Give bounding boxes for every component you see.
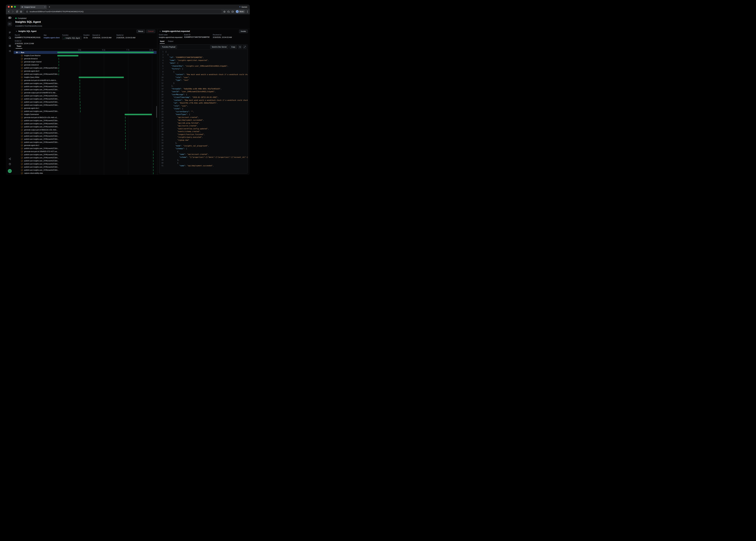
event-search-icon[interactable] <box>8 36 12 40</box>
runs-icon[interactable] <box>8 30 12 35</box>
trace-row-label: Insights Query Writer <box>24 76 39 78</box>
bookmark-star-icon[interactable] <box>223 10 226 13</box>
run-id: 01KHRMF677RJPPHE4K5MS2VGXQ <box>15 25 250 27</box>
trace-row[interactable]: generate-thread-id <box>14 57 157 60</box>
trace-row[interactable]: publish:user:insights:user_2VH6zowmhZC8z… <box>14 97 157 101</box>
chevron-down-icon[interactable] <box>16 30 17 32</box>
trace-row[interactable]: generate-output-part-id-4c4de9f0-6e7a-4d… <box>14 91 157 94</box>
line-number: 19 <box>159 102 163 105</box>
help-icon[interactable] <box>8 162 12 166</box>
zoom-window-button[interactable] <box>14 6 16 8</box>
code-line: 39 }, <box>159 159 248 162</box>
code-editor[interactable]: 1[2 {3 "id": "01KHRMF63Y7AHK7EKFQGN8RTDE… <box>159 50 248 174</box>
function-payload-button[interactable]: Function Payload <box>161 45 177 49</box>
profile-chip[interactable]: Work <box>236 10 245 13</box>
chevron-down-icon[interactable] <box>159 30 161 32</box>
function-badge[interactable]: Insights SQL Agent <box>62 36 82 40</box>
apps-icon[interactable] <box>8 44 12 48</box>
trace-row[interactable]: publish:user:insights:user_2VH6zowmhZC8z… <box>14 156 157 159</box>
trace-row[interactable]: generate-tool-part-id-58d1b116-c53c-4e6c… <box>14 116 157 119</box>
new-tab-button[interactable]: + <box>49 5 50 8</box>
trace-row-label: publish:user:insights:user_2VH6zowmhZC8z… <box>24 110 59 112</box>
trace-row[interactable]: Insights Event Matcher <box>14 54 157 57</box>
reload-icon[interactable] <box>16 10 18 13</box>
trace-root-row[interactable]: 39 Run <box>14 51 157 54</box>
chevron-down-icon[interactable] <box>18 52 20 53</box>
trace-row[interactable]: publish:user:insights:user_2VH6zowmhZC8z… <box>14 125 157 128</box>
trace-row[interactable]: publish:user:insights:user_2VH6zowmhZC8z… <box>14 88 157 91</box>
trace-row[interactable]: publish:user:insights:user_2VH6zowmhZC8z… <box>14 94 157 97</box>
trace-row[interactable]: Insights Query Writer <box>14 76 157 79</box>
trace-row[interactable]: generate-tool-part-id-4c4de9f0-6e7a-4de6… <box>14 79 157 82</box>
trace-row[interactable]: generate-target-channel <box>14 60 157 63</box>
wrap-lines-button[interactable] <box>238 45 242 49</box>
line-content: { <box>166 53 169 56</box>
share-icon[interactable] <box>8 157 12 161</box>
browser-tab[interactable]: Inngest Server × <box>20 5 47 9</box>
meta-value[interactable]: insights-agent-client <box>44 37 60 39</box>
trace-row[interactable]: publish:user:insights:user_2VH6zowmhZC8z… <box>14 122 157 125</box>
trace-row[interactable]: generate-text-part-id-105bf925-5722-4371… <box>14 150 157 153</box>
trace-row[interactable]: publish:user:insights:user_2VH6zowmhZC8z… <box>14 82 157 85</box>
trace-row[interactable]: publish:user:insights:user_2VH6zowmhZC8z… <box>14 132 157 135</box>
cancel-button[interactable]: Cancel <box>146 30 155 33</box>
code-line: 5 "data": { <box>159 62 248 65</box>
back-icon[interactable] <box>7 10 10 13</box>
forward-icon[interactable] <box>12 10 14 13</box>
extensions-icon[interactable] <box>227 10 230 13</box>
trace-row[interactable]: generate-network-id <box>14 63 157 66</box>
trace-row[interactable]: publish:user:insights:user_2VH6zowmhZC8z… <box>14 104 157 107</box>
trace-row[interactable]: generate-output-part-id-58d1b116-c53c-4e… <box>14 128 157 132</box>
tab-input[interactable]: Input <box>160 40 165 44</box>
tab-output[interactable]: Output <box>168 40 174 44</box>
inngest-logo[interactable] <box>8 16 12 20</box>
trace-row[interactable]: publish:user:insights:user_2VH6zowmhZC8z… <box>14 169 157 172</box>
page-title: Insights SQL Agent <box>15 20 250 24</box>
minimize-window-button[interactable] <box>11 6 13 8</box>
functions-icon[interactable] <box>8 49 12 53</box>
trace-row[interactable]: publish:user:insights:user_2VH6zowmhZC8z… <box>14 138 157 141</box>
side-panel-icon[interactable] <box>231 10 234 13</box>
trace-row[interactable]: publish:user:insights:user_2VH6zowmhZC8z… <box>14 85 157 88</box>
close-window-button[interactable] <box>8 6 10 8</box>
trace-row[interactable]: publish:user:insights:user_2VH6zowmhZC8z… <box>14 147 157 150</box>
gemini-badge[interactable]: ✦ Gemini <box>239 6 247 8</box>
tab-close-icon[interactable]: × <box>44 6 45 8</box>
code-line: 11 "type": "text" <box>159 79 248 82</box>
trace-row[interactable]: publish:user:insights:user_2VH6zowmhZC8z… <box>14 119 157 122</box>
trace-row[interactable]: publish:user:insights:user_2VH6zowmhZC8z… <box>14 110 157 113</box>
trace-row[interactable]: publish:user:insights:user_2VH6zowmhZC8z… <box>14 166 157 169</box>
trace-row[interactable]: generate-agent-ids-1 <box>14 107 157 110</box>
trace-row[interactable]: generate-agent-ids-0 <box>14 70 157 73</box>
trace-row[interactable]: publish:user:insights:user_2VH6zowmhZC8z… <box>14 101 157 104</box>
address-bar[interactable]: localhost:8288/run?runID=01KHRMF677RJPPH… <box>24 10 222 14</box>
scrollbar-thumb[interactable] <box>156 106 157 118</box>
trace-row[interactable]: publish:user:insights:user_2VH6zowmhZC8z… <box>14 66 157 70</box>
trace-row[interactable]: Insights Summarizer <box>14 113 157 116</box>
trace-row[interactable]: publish:user:insights:user_2VH6zowmhZC8z… <box>14 162 157 166</box>
site-info-icon[interactable] <box>26 10 28 13</box>
trace-row[interactable]: generate-agent-ids-2 <box>14 144 157 147</box>
trace-row[interactable]: publish:user:insights:user_2VH6zowmhZC8z… <box>14 135 157 138</box>
line-number: 40 <box>159 162 163 165</box>
line-content: [ <box>166 50 167 53</box>
invoke-button[interactable]: Invoke <box>239 30 248 33</box>
trace-row[interactable]: publish:user:insights:user_2VH6zowmhZC8z… <box>14 159 157 162</box>
tab-trace[interactable]: Trace <box>16 45 22 49</box>
browser-menu-icon[interactable] <box>247 11 248 13</box>
trace-row[interactable]: publish:user:insights:user_2VH6zowmhZC8z… <box>14 73 157 76</box>
trace-row[interactable]: publish:user:insights:user_2VH6zowmhZC8z… <box>14 153 157 156</box>
trace-row[interactable]: capture-observability-data <box>14 172 157 175</box>
trace-row[interactable]: publish:user:insights:user_2VH6zowmhZC8z… <box>14 141 157 144</box>
meta-item: Ended at2/18/2026, 10:04:13 AM <box>15 40 34 44</box>
expand-button[interactable] <box>243 45 246 49</box>
trace-row-label: publish:user:insights:user_2VH6zowmhZC8z… <box>24 154 59 156</box>
home-icon[interactable] <box>20 10 22 13</box>
copy-button[interactable]: Copy <box>230 45 237 49</box>
code-line: 18 "content": "How much wood would a woo… <box>159 99 248 102</box>
workspace-badge[interactable]: DV <box>8 22 12 26</box>
rerun-button[interactable]: Rerun <box>137 30 145 33</box>
send-to-dev-server-button[interactable]: Send to Dev Server <box>210 45 229 49</box>
dev-tools-button[interactable]: </> <box>8 169 12 173</box>
line-content: "id": "01KHRMF63Y7AHK7EKFQGN8RTDE", <box>166 56 204 59</box>
